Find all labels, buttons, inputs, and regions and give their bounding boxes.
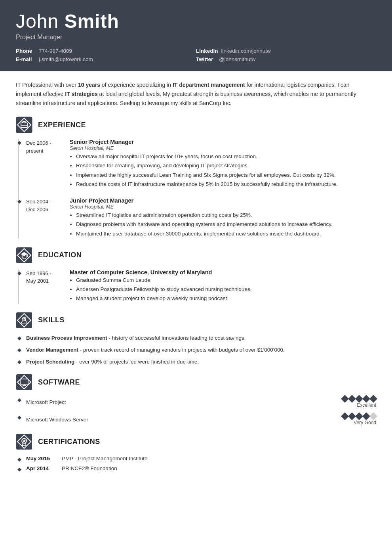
certifications-title: CERTIFICATIONS bbox=[38, 438, 100, 446]
email-contact: E-mail j.smith@uptowork.com bbox=[16, 56, 196, 62]
bullet: Implemented the highly successful Lean T… bbox=[76, 171, 376, 179]
experience-header: EXPERIENCE bbox=[16, 117, 376, 133]
dot bbox=[348, 412, 356, 420]
software-list: Microsoft Project Excellent Microsof bbox=[16, 396, 376, 425]
degree-title-1: Master of Computer Science, University o… bbox=[70, 269, 376, 276]
skill-text-2: Vendor Management - proven track record … bbox=[26, 347, 285, 353]
dot bbox=[348, 395, 356, 403]
twitter-label: Twitter bbox=[196, 56, 216, 62]
dot bbox=[362, 395, 370, 403]
job-title-2: Junior Project Manager bbox=[70, 197, 376, 204]
education-icon bbox=[16, 247, 32, 264]
experience-section: EXPERIENCE Dec 2006 -present Senior Proj… bbox=[16, 117, 376, 239]
software-right-2: Very Good bbox=[342, 413, 376, 425]
bullet: Andersen Postgraduate Fellowship to stud… bbox=[76, 285, 376, 293]
job-company-2: Seton Hospital, ME bbox=[70, 204, 376, 210]
cert-item-1: May 2015 PMP - Project Management Instit… bbox=[16, 455, 376, 461]
bullet: Diagnosed problems with hardware and ope… bbox=[76, 220, 376, 228]
dot-empty bbox=[369, 412, 377, 420]
dot bbox=[355, 412, 363, 420]
bullet: Reduced the costs of IT infrastructure m… bbox=[76, 180, 376, 188]
bullet: Managed a student project to develop a w… bbox=[76, 295, 376, 302]
education-timeline: Sep 1996 -May 2001 Master of Computer Sc… bbox=[16, 269, 376, 304]
summary: IT Professional with over 10 years of ex… bbox=[16, 79, 376, 108]
cert-date-1: May 2015 bbox=[26, 455, 54, 461]
experience-title: EXPERIENCE bbox=[38, 121, 86, 129]
dot bbox=[341, 412, 349, 420]
header: John Smith Project Manager Phone 774-987… bbox=[0, 0, 392, 71]
linkedin-value: linkedin.com/johnutw bbox=[221, 48, 271, 54]
job-content-2: Junior Project Manager Seton Hospital, M… bbox=[70, 197, 376, 239]
cert-name-2: PRINCE2® Foundation bbox=[62, 465, 117, 471]
skills-section: SKILLS Business Process Improvement - hi… bbox=[16, 312, 376, 366]
bullet: Responsible for creating, improving, and… bbox=[76, 162, 376, 170]
software-right-1: Excellent bbox=[342, 396, 376, 408]
job-title: Project Manager bbox=[16, 34, 376, 41]
dot bbox=[355, 395, 363, 403]
svg-rect-12 bbox=[16, 374, 32, 390]
skill-item-3: Project Scheduling - over 90% of project… bbox=[16, 358, 376, 366]
summary-specialization: IT department management bbox=[173, 82, 245, 88]
edu-bullets-1: Graduated Summa Cum Laude. Andersen Post… bbox=[70, 276, 376, 303]
cert-name-1: PMP - Project Management Institute bbox=[62, 455, 148, 461]
job-content-1: Senior Project Manager Seton Hospital, M… bbox=[70, 139, 376, 189]
bullet: Maintained the user database of over 300… bbox=[76, 230, 376, 238]
software-icon bbox=[16, 374, 32, 390]
email-label: E-mail bbox=[16, 56, 36, 62]
job-bullets-2: Streamlined IT logistics and administrat… bbox=[70, 211, 376, 238]
rating-label-1: Excellent bbox=[357, 402, 376, 408]
contact-info: Phone 774-987-4009 LinkedIn linkedin.com… bbox=[16, 48, 376, 62]
phone-contact: Phone 774-987-4009 bbox=[16, 48, 196, 54]
software-item-2: Microsoft Windows Server Very Good bbox=[16, 413, 376, 425]
experience-icon bbox=[16, 117, 32, 133]
experience-timeline: Dec 2006 -present Senior Project Manager… bbox=[16, 139, 376, 239]
summary-years: 10 years bbox=[78, 82, 100, 88]
edu-item-1: Sep 1996 -May 2001 Master of Computer Sc… bbox=[26, 269, 376, 304]
software-header: SOFTWARE bbox=[16, 374, 376, 390]
edu-content-1: Master of Computer Science, University o… bbox=[70, 269, 376, 304]
bullet: Oversaw all major hospital IT projects f… bbox=[76, 153, 376, 161]
job-item-1: Dec 2006 -present Senior Project Manager… bbox=[26, 139, 376, 189]
software-title: SOFTWARE bbox=[38, 378, 80, 387]
software-section: SOFTWARE Microsoft Project Excellent bbox=[16, 374, 376, 425]
job-company-1: Seton Hospital, ME bbox=[70, 145, 376, 151]
job-date-2: Sep 2004 -Dec 2006 bbox=[26, 197, 70, 239]
twitter-value: @johnsmithutw bbox=[219, 56, 256, 62]
bullet: Streamlined IT logistics and administrat… bbox=[76, 211, 376, 219]
rating-dots-2 bbox=[342, 413, 376, 419]
software-item-1: Microsoft Project Excellent bbox=[16, 396, 376, 408]
skill-text-1: Business Process Improvement - history o… bbox=[26, 335, 246, 341]
email-value: j.smith@uptowork.com bbox=[39, 56, 93, 62]
rating-label-2: Very Good bbox=[354, 420, 376, 425]
svg-rect-0 bbox=[16, 117, 32, 133]
skill-item-1: Business Process Improvement - history o… bbox=[16, 334, 376, 342]
linkedin-contact: LinkedIn linkedin.com/johnutw bbox=[196, 48, 376, 54]
rating-dots-1 bbox=[342, 396, 376, 402]
dot bbox=[341, 395, 349, 403]
certifications-list: May 2015 PMP - Project Management Instit… bbox=[16, 455, 376, 471]
body: IT Professional with over 10 years of ex… bbox=[0, 71, 392, 492]
job-title-1: Senior Project Manager bbox=[70, 139, 376, 145]
dot bbox=[362, 412, 370, 420]
job-date-1: Dec 2006 -present bbox=[26, 139, 70, 189]
certifications-section: CERTIFICATIONS May 2015 PMP - Project Ma… bbox=[16, 433, 376, 471]
cert-date-2: Apr 2014 bbox=[26, 465, 54, 471]
phone-label: Phone bbox=[16, 48, 36, 54]
bullet: Graduated Summa Cum Laude. bbox=[76, 276, 376, 284]
software-left-2: Microsoft Windows Server bbox=[26, 417, 88, 423]
cert-item-2: Apr 2014 PRINCE2® Foundation bbox=[16, 465, 376, 471]
software-name-1: Microsoft Project bbox=[26, 399, 66, 405]
skills-header: SKILLS bbox=[16, 312, 376, 329]
dot bbox=[369, 395, 377, 403]
skill-text-3: Project Scheduling - over 90% of project… bbox=[26, 359, 199, 365]
software-name-2: Microsoft Windows Server bbox=[26, 417, 88, 423]
skills-list: Business Process Improvement - history o… bbox=[16, 334, 376, 366]
full-name: John Smith bbox=[16, 11, 376, 32]
job-bullets-1: Oversaw all major hospital IT projects f… bbox=[70, 153, 376, 188]
summary-it-strategies: IT strategies bbox=[65, 91, 97, 97]
education-section: EDUCATION Sep 1996 -May 2001 Master of C… bbox=[16, 247, 376, 304]
education-title: EDUCATION bbox=[38, 251, 82, 259]
skill-item-2: Vendor Management - proven track record … bbox=[16, 346, 376, 354]
last-name: Smith bbox=[64, 11, 119, 32]
software-left-1: Microsoft Project bbox=[26, 399, 66, 405]
